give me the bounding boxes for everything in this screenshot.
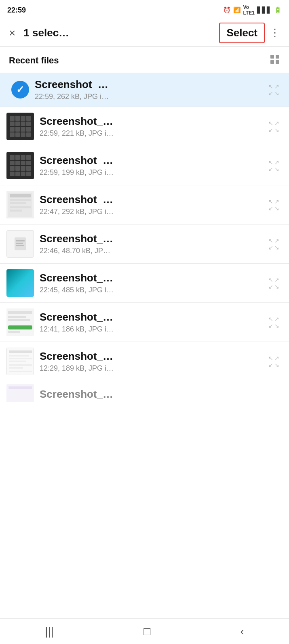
section-title: Recent files — [9, 55, 59, 66]
svg-rect-2 — [270, 60, 274, 64]
expand-icon[interactable]: ↖ ↗ ↙ ↘ — [265, 195, 283, 214]
file-info: Screenshot_… 22:47, 292 kB, JPG i… — [34, 193, 265, 216]
expand-icon[interactable]: ↖ ↗ ↙ ↘ — [265, 117, 283, 136]
list-item[interactable]: Screenshot_… — [0, 381, 289, 402]
select-button[interactable]: Select — [219, 23, 265, 43]
expand-icon[interactable]: ↖ ↗ ↙ ↘ — [265, 274, 283, 293]
battery-icon: 🔋 — [274, 6, 282, 14]
file-thumbnail — [6, 308, 34, 336]
file-info: Screenshot_… 22:45, 485 kB, JPG i… — [34, 272, 265, 294]
expand-arrow-tl: ↖ — [268, 238, 273, 243]
file-name: Screenshot_… — [40, 233, 259, 245]
list-item[interactable]: Screenshot_… 12:41, 186 kB, JPG i… ↖ ↗ ↙… — [0, 303, 289, 342]
svg-rect-22 — [9, 355, 29, 357]
expand-arrow-bl: ↙ — [268, 284, 273, 289]
file-name: Screenshot_… — [40, 311, 259, 323]
list-item[interactable]: Screenshot_… 22:59, 221 kB, JPG i… ↖ ↗ ↙… — [0, 107, 289, 146]
expand-arrow-tr: ↗ — [274, 120, 279, 126]
expand-arrow-tr: ↗ — [274, 316, 279, 322]
file-meta: 22:45, 485 kB, JPG i… — [40, 286, 259, 294]
file-thumbnail — [6, 230, 34, 258]
expand-arrow-br: ↘ — [274, 90, 279, 96]
svg-rect-1 — [276, 55, 279, 59]
expand-arrow-bl: ↙ — [268, 206, 273, 211]
svg-rect-30 — [8, 390, 27, 392]
svg-rect-18 — [8, 325, 32, 329]
signal-icon: ▋▋▋ — [257, 6, 272, 14]
expand-arrow-bl: ↙ — [268, 323, 273, 329]
expand-icon[interactable]: ↖ ↗ ↙ ↘ — [265, 313, 283, 332]
file-info: Screenshot_… 22:59, 262 kB, JPG i… — [29, 78, 265, 101]
svg-rect-12 — [16, 243, 23, 244]
expand-arrow-tr: ↗ — [274, 199, 279, 204]
expand-arrow-tr: ↗ — [274, 355, 279, 361]
expand-icon[interactable]: ↖ ↗ ↙ ↘ — [265, 235, 283, 254]
selected-check-icon — [11, 81, 29, 99]
file-name: Screenshot_… — [40, 193, 259, 206]
close-button[interactable]: × — [4, 23, 20, 44]
expand-arrow-tl: ↖ — [268, 159, 273, 165]
svg-rect-31 — [8, 394, 32, 395]
expand-icon[interactable]: ↖ ↗ ↙ ↘ — [265, 156, 283, 175]
file-meta: 22:59, 199 kB, JPG i… — [40, 168, 259, 177]
expand-arrow-tl: ↖ — [268, 277, 273, 283]
svg-rect-26 — [9, 367, 23, 369]
file-meta: 22:59, 221 kB, JPG i… — [40, 129, 259, 138]
svg-rect-3 — [276, 60, 279, 64]
file-info: Screenshot_… 22:59, 199 kB, JPG i… — [34, 154, 265, 177]
expand-arrow-tl: ↖ — [268, 355, 273, 361]
app-bar: × 1 selec… Select ⋮ — [0, 19, 289, 47]
file-info: Screenshot_… 22:59, 221 kB, JPG i… — [34, 115, 265, 138]
file-thumbnail — [6, 269, 34, 297]
list-item[interactable]: Screenshot_… 22:59, 199 kB, JPG i… ↖ ↗ ↙… — [0, 146, 289, 185]
lte-icon: VoLTE1 — [243, 4, 255, 16]
list-item[interactable]: Screenshot_… 22:46, 48.70 kB, JP… ↖ ↗ ↙ … — [0, 224, 289, 264]
expand-arrow-bl: ↙ — [268, 90, 273, 96]
expand-icon[interactable]: ↖ ↗ ↙ ↘ — [265, 352, 283, 371]
svg-rect-5 — [10, 194, 31, 197]
back-button[interactable]: ‹ — [232, 621, 252, 642]
file-thumbnail — [6, 348, 34, 375]
status-bar: 22:59 ⏰ 📶 VoLTE1 ▋▋▋ 🔋 — [0, 0, 289, 19]
expand-arrow-br: ↘ — [274, 127, 279, 133]
svg-rect-24 — [9, 361, 26, 362]
svg-rect-7 — [10, 202, 26, 204]
file-name: Screenshot_… — [40, 115, 259, 128]
expand-arrow-br: ↘ — [274, 362, 279, 368]
expand-arrow-bl: ↙ — [268, 166, 273, 172]
file-meta: 12:41, 186 kB, JPG i… — [40, 325, 259, 334]
list-item[interactable]: Screenshot_… 22:47, 292 kB, JPG i… ↖ ↗ ↙… — [0, 185, 289, 224]
file-thumbnail — [6, 152, 34, 179]
file-info: Screenshot_… 12:41, 186 kB, JPG i… — [34, 311, 265, 334]
expand-icon[interactable]: ↖ ↗ ↙ ↘ — [265, 80, 283, 99]
home-button[interactable]: □ — [135, 621, 158, 642]
svg-rect-19 — [8, 331, 20, 333]
menu-button[interactable]: ||| — [37, 621, 62, 642]
svg-rect-23 — [9, 358, 32, 359]
expand-arrow-br: ↘ — [274, 206, 279, 211]
file-thumbnail — [6, 191, 34, 218]
expand-arrow-tr: ↗ — [274, 159, 279, 165]
grid-view-icon[interactable] — [270, 54, 280, 67]
file-name: Screenshot_… — [35, 78, 259, 91]
list-item[interactable]: Screenshot_… 22:45, 485 kB, JPG i… ↖ ↗ ↙… — [0, 264, 289, 303]
expand-arrow-tl: ↖ — [268, 199, 273, 204]
expand-arrow-br: ↘ — [274, 245, 279, 250]
status-icons: ⏰ 📶 VoLTE1 ▋▋▋ 🔋 — [223, 4, 282, 16]
file-thumbnail — [6, 384, 34, 403]
expand-arrow-tl: ↖ — [268, 120, 273, 126]
section-header: Recent files — [0, 47, 289, 73]
expand-arrow-tr: ↗ — [274, 238, 279, 243]
expand-arrow-bl: ↙ — [268, 362, 273, 368]
svg-rect-27 — [9, 371, 32, 372]
file-list: Screenshot_… 22:59, 262 kB, JPG i… ↖ ↗ ↙… — [0, 73, 289, 402]
file-name: Screenshot_… — [40, 350, 259, 363]
expand-arrow-tl: ↖ — [268, 84, 273, 89]
expand-arrow-tr: ↗ — [274, 277, 279, 283]
file-info: Screenshot_… — [34, 388, 283, 401]
list-item[interactable]: Screenshot_… 22:59, 262 kB, JPG i… ↖ ↗ ↙… — [0, 73, 289, 107]
svg-rect-16 — [8, 316, 26, 318]
more-options-button[interactable]: ⋮ — [265, 23, 285, 43]
list-item[interactable]: Screenshot_… 12:29, 189 kB, JPG i… ↖ ↗ ↙… — [0, 342, 289, 381]
bottom-navigation: ||| □ ‹ — [0, 618, 289, 644]
